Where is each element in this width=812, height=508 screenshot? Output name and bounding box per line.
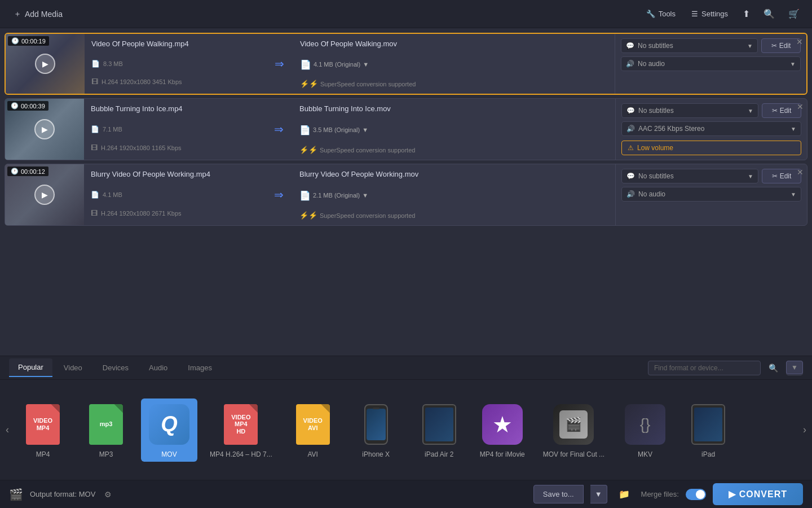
format-item-mov-fcp[interactable]: 🎬 MOV for Final Cut ... — [537, 398, 610, 462]
tab-video[interactable]: Video — [55, 359, 91, 376]
format-icon-finalcut: 🎬 — [553, 404, 594, 445]
audio-icon: 🔊 — [626, 125, 635, 133]
close-file-button[interactable]: ✕ — [797, 102, 804, 111]
panel-scroll-down-button[interactable]: ▼ — [786, 361, 803, 374]
audio-dropdown[interactable]: 🔊 No audio ▼ — [621, 187, 801, 202]
edit-button[interactable]: ✂ Edit — [762, 103, 801, 118]
subtitle-dropdown[interactable]: 💬 No subtitles ▼ — [621, 103, 758, 118]
edit-button[interactable]: ✂ Edit — [761, 38, 801, 53]
duration-badge: 🕐 00:00:19 — [8, 36, 49, 46]
format-item-iphone-x[interactable]: iPhone X — [348, 398, 404, 462]
subtitle-dropdown-arrow: ▼ — [748, 173, 753, 179]
close-file-button[interactable]: ✕ — [796, 37, 803, 46]
subtitle-label: No subtitles — [638, 107, 674, 115]
audio-dropdown[interactable]: 🔊 No audio ▼ — [621, 56, 801, 71]
output-size-button[interactable]: 4.1 MB (Original) ▼ — [314, 61, 369, 68]
format-item-avi[interactable]: VIDEOAVI AVI — [285, 398, 341, 462]
clock-icon: 🕐 — [11, 168, 19, 175]
subtitle-dropdown-arrow: ▼ — [748, 108, 753, 114]
file-output-info: Bubble Turning Into Ice.mov 📄 3.5 MB (Or… — [293, 99, 615, 160]
play-button[interactable]: ▶ — [34, 119, 55, 139]
source-size: 7.1 MB — [103, 126, 122, 133]
superspeed-info: ⚡⚡ SuperSpeed conversion supported — [300, 80, 608, 88]
file-source-info: Bubble Turning Into Ice.mp4 📄 7.1 MB 🎞 H… — [84, 99, 264, 160]
format-item-mp3[interactable]: mp3 MP3 — [78, 398, 134, 462]
format-scroll-prev-button[interactable]: ‹ — [0, 380, 15, 480]
tab-audio[interactable]: Audio — [140, 359, 176, 376]
format-item-mp4[interactable]: VIDEOMP4 MP4 — [15, 398, 71, 462]
warning-label: Low volume — [637, 144, 673, 152]
audio-icon: 🔊 — [626, 190, 635, 198]
clock-icon: 🕐 — [11, 37, 19, 45]
audio-row: 🔊 AAC 256 Kbps Stereo ▼ — [621, 121, 801, 136]
format-icon-wrapper — [686, 402, 731, 447]
format-search-button[interactable]: 🔍 — [764, 361, 783, 375]
format-item-mp4-hd[interactable]: VIDEOMP4HD MP4 H.264 – HD 7... — [204, 398, 278, 462]
convert-button[interactable]: ▶ CONVERT — [713, 483, 803, 505]
format-label: AVI — [307, 450, 317, 458]
tab-devices[interactable]: Devices — [94, 359, 138, 376]
format-tabs: Popular Video Devices Audio Images 🔍 ⊞ — [0, 356, 812, 380]
format-scroll-next-button[interactable]: › — [797, 380, 812, 480]
format-label: MP4 for iMovie — [480, 450, 525, 458]
file-row: ✕ 🕐 00:00:12 ▶ Blurry Video Of People Wo… — [5, 164, 807, 226]
cart-button[interactable]: 🛒 — [783, 5, 805, 23]
file-corner — [51, 404, 60, 413]
settings-button[interactable]: ☰ Settings — [685, 6, 735, 21]
format-item-mkv[interactable]: {} MKV — [617, 398, 673, 462]
format-item-mov[interactable]: Q MOV — [141, 398, 197, 462]
top-bar: ＋ Add Media 🔧 Tools ☰ Settings ⬆ 🔍 🛒 — [0, 0, 812, 28]
output-format-settings-button[interactable]: ⚙ — [102, 488, 114, 501]
subtitle-dropdown[interactable]: 💬 No subtitles ▼ — [621, 38, 758, 53]
format-item-ipad-air2[interactable]: iPad Air 2 — [411, 398, 467, 462]
search-icon: 🔍 — [764, 9, 775, 19]
share-icon: ⬆ — [743, 9, 750, 19]
save-to-button[interactable]: Save to... — [533, 485, 584, 503]
source-size-meta: 📄 8.3 MB — [91, 60, 258, 68]
subtitle-row: 💬 No subtitles ▼ ✂ Edit — [621, 103, 801, 118]
output-size-button[interactable]: 2.1 MB (Original) ▼ — [313, 192, 368, 199]
play-button[interactable]: ▶ — [35, 54, 55, 74]
subtitle-dropdown[interactable]: 💬 No subtitles ▼ — [621, 169, 758, 183]
source-filename: Blurry Video Of People Working.mp4 — [91, 170, 258, 178]
output-filename: Bubble Turning Into Ice.mov — [299, 104, 608, 113]
convert-arrow: ⇒ — [265, 34, 293, 94]
format-icon-wrapper: mp3 — [83, 402, 129, 447]
format-icon-avi: VIDEOAVI — [293, 402, 333, 447]
save-to-dropdown-button[interactable]: ▼ — [590, 485, 607, 503]
format-icon-iphone — [364, 404, 388, 445]
audio-dropdown[interactable]: 🔊 AAC 256 Kbps Stereo ▼ — [621, 121, 801, 136]
superspeed-info: ⚡⚡ SuperSpeed conversion supported — [299, 146, 608, 154]
format-label: MP3 — [99, 450, 113, 458]
superspeed-label: SuperSpeed conversion supported — [320, 81, 416, 87]
tools-button[interactable]: 🔧 Tools — [639, 6, 682, 21]
format-search-input[interactable] — [648, 361, 761, 375]
format-item-ipad[interactable]: iPad — [680, 398, 736, 462]
merge-files-toggle[interactable] — [686, 489, 706, 500]
search-button[interactable]: 🔍 — [758, 5, 780, 23]
format-item-mp4-imovie[interactable]: ★ MP4 for iMovie — [474, 398, 531, 462]
plus-icon: ＋ — [14, 9, 21, 19]
format-icon-wrapper: {} — [623, 402, 668, 447]
open-folder-button[interactable]: 📁 — [614, 487, 634, 502]
format-label: MOV — [161, 450, 176, 458]
tab-popular[interactable]: Popular — [9, 358, 52, 377]
tab-images[interactable]: Images — [179, 359, 221, 376]
edit-label: Edit — [779, 42, 791, 50]
subtitle-row: 💬 No subtitles ▼ ✂ Edit — [621, 38, 801, 53]
file-source-info: Video Of People Walking.mp4 📄 8.3 MB 🎞 H… — [85, 34, 265, 94]
superspeed-icon: ⚡⚡ — [299, 211, 317, 220]
share-button[interactable]: ⬆ — [737, 5, 756, 23]
close-file-button[interactable]: ✕ — [797, 168, 804, 177]
file-icon: 📄 — [91, 125, 99, 133]
audio-dropdown-arrow: ▼ — [790, 61, 796, 67]
output-size-button[interactable]: 3.5 MB (Original) ▼ — [313, 126, 368, 133]
play-button[interactable]: ▶ — [34, 185, 55, 205]
format-icon-tablet — [422, 404, 456, 445]
file-right-controls: 💬 No subtitles ▼ ✂ Edit 🔊 AAC 256 Kbps S… — [615, 99, 807, 160]
edit-button[interactable]: ✂ Edit — [762, 169, 801, 183]
output-size-dropdown-arrow: ▼ — [362, 192, 368, 199]
file-output-info: Video Of People Walking.mov 📄 4.1 MB (Or… — [293, 34, 615, 94]
add-media-button[interactable]: ＋ Add Media — [7, 6, 69, 23]
file-list: ✕ 🕐 00:00:19 ▶ Video Of People Walking.m… — [0, 28, 812, 356]
